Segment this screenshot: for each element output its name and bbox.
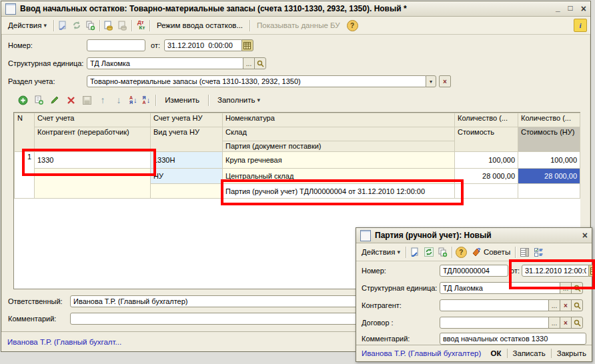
- dialog-actions-menu-button[interactable]: Действия ▾: [360, 247, 402, 257]
- col-header-n[interactable]: N: [15, 113, 35, 152]
- dialog-title: Партия (ручной учет): Новый: [375, 231, 492, 240]
- dialog-comment-input[interactable]: [440, 333, 586, 345]
- col-header-warehouse[interactable]: Склад: [223, 127, 455, 141]
- minimize-button[interactable]: _: [556, 3, 560, 14]
- tips-button[interactable]: ? Советы: [470, 246, 512, 258]
- close-button[interactable]: ×: [581, 3, 586, 14]
- cell-kind-nu-empty[interactable]: [151, 184, 223, 199]
- dialog-contract-clear-button[interactable]: ×: [560, 317, 572, 329]
- cell-row-number[interactable]: 1: [15, 152, 35, 199]
- section-clear-button[interactable]: ×: [439, 75, 451, 87]
- separator: [99, 20, 100, 31]
- col-header-account-nu[interactable]: Счет учета НУ: [151, 113, 223, 127]
- add-row-button[interactable]: [17, 95, 28, 105]
- dialog-calendar-button[interactable]: [588, 265, 595, 277]
- copy-row-button[interactable]: [33, 95, 44, 105]
- dialog-contract-input[interactable]: [440, 317, 550, 329]
- col-header-quantity-nu[interactable]: Количество (...: [518, 113, 580, 127]
- dialog-close-button[interactable]: ×: [582, 230, 588, 241]
- cell-cost[interactable]: 28 000,00: [455, 169, 518, 184]
- refresh-icon[interactable]: [71, 20, 82, 31]
- section-dropdown-button[interactable]: ▾: [426, 75, 436, 87]
- cell-kind-nu[interactable]: НУ: [151, 169, 223, 184]
- move-down-button[interactable]: ↓: [113, 95, 124, 105]
- post-document-icon[interactable]: [57, 20, 68, 31]
- number-input[interactable]: [87, 39, 145, 51]
- col-header-kind-nu[interactable]: Вид учета НУ: [151, 127, 223, 152]
- unit-search-button[interactable]: [254, 57, 266, 69]
- cell-cost-empty[interactable]: [455, 184, 518, 199]
- dialog-contractor-clear-button[interactable]: ×: [560, 299, 572, 311]
- ok-button[interactable]: ОК: [491, 349, 502, 357]
- main-window-title: Ввод начальных остатков: Товарно-материа…: [20, 4, 407, 13]
- help-icon[interactable]: ?: [347, 20, 358, 31]
- copy-icon[interactable]: [85, 20, 96, 31]
- col-header-cost[interactable]: Стоимость: [455, 127, 518, 152]
- col-header-nomenclature[interactable]: Номенклатура: [223, 113, 455, 127]
- help-icon[interactable]: ?: [456, 247, 467, 258]
- unit-input[interactable]: [87, 57, 244, 69]
- list-view-icon[interactable]: [519, 247, 530, 257]
- delete-row-button[interactable]: [65, 95, 76, 105]
- dialog-contractor-select-button[interactable]: ...: [548, 299, 560, 311]
- date-input[interactable]: [164, 39, 243, 51]
- dialog-unit-select-button[interactable]: ...: [560, 282, 572, 294]
- col-header-contractor[interactable]: Контрагент (переработчик): [35, 127, 151, 152]
- fill-menu-button[interactable]: Заполнить ▾: [214, 95, 263, 105]
- edit-row-button[interactable]: [49, 95, 60, 105]
- dialog-footer: Иванова Т.Р. (Главный бухгалтер) ОК Запи…: [356, 345, 592, 361]
- col-header-batch[interactable]: Партия (документ поставки): [223, 141, 455, 152]
- cell-account[interactable]: 1330: [35, 152, 151, 169]
- refresh-icon[interactable]: [424, 247, 434, 257]
- copy-icon[interactable]: [438, 247, 448, 257]
- col-header-cost-nu[interactable]: Стоимость (НУ): [518, 127, 580, 152]
- dialog-titlebar: Партия (ручной учет): Новый ×: [356, 228, 592, 243]
- dialog-unit-search-button[interactable]: [571, 282, 583, 294]
- move-up-button[interactable]: ↑: [97, 95, 108, 105]
- document-amounts-disabled-icon: [117, 20, 128, 31]
- dialog-contract-select-button[interactable]: ...: [548, 317, 560, 329]
- cell-account-nu[interactable]: 1330Н: [151, 152, 223, 169]
- sort-desc-button[interactable]: ЯА ↓: [143, 95, 151, 105]
- cell-cost-nu-empty[interactable]: [518, 184, 580, 199]
- separator: [507, 349, 508, 358]
- dialog-number-input[interactable]: [440, 265, 508, 277]
- calendar-button[interactable]: [241, 39, 253, 51]
- section-input[interactable]: [87, 75, 427, 87]
- cell-quantity[interactable]: 100,000: [455, 152, 518, 169]
- unit-row: Структурная единица: ...: [8, 57, 266, 70]
- cell-contractor[interactable]: [35, 169, 151, 199]
- document-icon: [5, 3, 16, 15]
- unit-select-button[interactable]: ...: [243, 57, 255, 69]
- dialog-unit-input[interactable]: [440, 282, 561, 294]
- dt-kt-icon[interactable]: Дт Кт: [135, 20, 146, 31]
- separator: [515, 247, 516, 258]
- table-row: НУ Центральный склад 28 000,00 28 000,00: [15, 169, 580, 184]
- save-button[interactable]: Записать: [513, 349, 546, 357]
- change-button[interactable]: Изменить: [161, 95, 203, 105]
- cell-cost-nu-selected[interactable]: 28 000,00: [518, 169, 580, 184]
- post-document-icon[interactable]: [410, 247, 420, 257]
- cell-warehouse[interactable]: Центральный склад: [223, 169, 455, 184]
- dialog-date-input[interactable]: [522, 265, 590, 277]
- close-dialog-button[interactable]: Закрыть: [557, 349, 586, 357]
- dialog-contractor-search-button[interactable]: [571, 299, 583, 311]
- cell-nomenclature[interactable]: Крупа гречневая: [223, 152, 455, 169]
- sort-asc-button[interactable]: АЯ ↓: [129, 95, 137, 105]
- actions-menu-button[interactable]: Действия ▾: [5, 20, 50, 31]
- dialog-contract-search-button[interactable]: [571, 317, 583, 329]
- dialog-contractor-input[interactable]: [440, 299, 550, 311]
- col-header-account[interactable]: Счет учета: [35, 113, 151, 127]
- dialog-comment-label: Комментарий:: [362, 335, 440, 343]
- cell-batch[interactable]: Партия (ручной учет) ТДЛ00000004 от 31.1…: [223, 184, 455, 199]
- separator: [406, 247, 406, 258]
- maximize-button[interactable]: □: [568, 3, 573, 14]
- cell-quantity-nu[interactable]: 100,000: [518, 152, 580, 169]
- balance-entry-mode-button[interactable]: Режим ввода остатков...: [153, 20, 246, 31]
- info-icon[interactable]: i: [574, 19, 587, 32]
- dialog-contract-row: Договор : ... ×: [362, 316, 583, 329]
- document-amounts-icon[interactable]: [103, 20, 114, 31]
- col-header-quantity[interactable]: Количество (...: [455, 113, 518, 127]
- tips-icon: ?: [472, 247, 481, 257]
- settings-list-icon[interactable]: [533, 247, 544, 257]
